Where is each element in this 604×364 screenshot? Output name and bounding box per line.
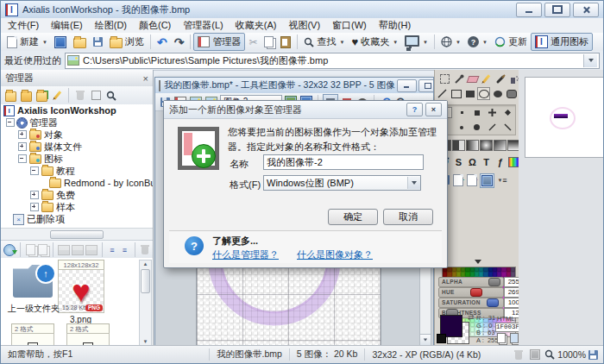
redo-button[interactable]: ↷ — [171, 34, 188, 50]
tree-item-objects[interactable]: 对象 — [1, 129, 153, 141]
duplicate-button[interactable] — [37, 243, 48, 257]
favorites-button[interactable]: ♥ 收藏夹 ▼ — [348, 34, 401, 50]
text-tool-button[interactable]: T — [480, 155, 493, 168]
lasso-button[interactable]: Ω — [466, 155, 479, 168]
copy-color-icon[interactable] — [497, 333, 506, 343]
tree-item-icons[interactable]: 图标 — [1, 153, 153, 165]
tree-horizontal-scrollbar[interactable] — [1, 228, 153, 241]
menu-file[interactable]: 文件(F) — [8, 19, 39, 32]
eraser-tool[interactable] — [466, 72, 479, 85]
file-thumbnail-partial[interactable]: 2 格式 — [65, 323, 110, 346]
ellipse-tool[interactable] — [477, 87, 490, 100]
brush-size-8[interactable] — [470, 121, 483, 134]
tree-item-redmond[interactable]: Redmond - by IconBuffe — [1, 177, 153, 189]
copy-button[interactable] — [261, 34, 277, 50]
status-trash-button[interactable] — [512, 348, 525, 361]
pal-remove-button[interactable]: − — [466, 173, 479, 186]
brush-size-7[interactable] — [456, 121, 469, 134]
cut-button[interactable]: ✂ — [245, 34, 261, 50]
doc-minimize-button[interactable] — [397, 79, 417, 92]
fill-split-button[interactable] — [452, 139, 465, 152]
doc-maximize-button[interactable] — [418, 79, 433, 92]
view-details-button[interactable]: ≡ — [107, 243, 118, 257]
close-button[interactable] — [573, 3, 599, 17]
status-grid-button[interactable] — [528, 348, 542, 361]
dialog-close-button[interactable]: × — [425, 103, 442, 116]
dialog-help-button[interactable]: ? — [406, 103, 423, 116]
title-bar[interactable]: I Axialis IconWorkshop - 我的图像带.bmp — [1, 1, 603, 19]
slider-thumb[interactable] — [470, 288, 482, 297]
menu-window[interactable]: 窗口(W) — [332, 19, 367, 32]
tree-item-samples[interactable]: 样本 — [1, 201, 153, 213]
menu-view[interactable]: 视图(V) — [288, 19, 320, 32]
file-thumbnail[interactable]: 128x128x32 ♥ 15.28 Kb PNG — [56, 260, 104, 313]
brush-size-5[interactable] — [501, 106, 514, 119]
menu-color[interactable]: 颜色(C) — [139, 19, 171, 32]
image-op-button[interactable] — [85, 243, 98, 257]
menu-favorites[interactable]: 收藏夹(A) — [236, 19, 277, 32]
view-list-button[interactable]: ≡ — [119, 243, 130, 257]
tree-item-free[interactable]: 免费 — [1, 189, 153, 201]
open-button[interactable] — [70, 34, 90, 50]
collapse-icon[interactable] — [30, 166, 39, 175]
combobox-dropdown-button[interactable] — [583, 54, 597, 67]
document-title-bar[interactable]: 我的图像带.bmp* - 工具栏图像带 - 32x32 32 BPP - 5 图… — [155, 78, 433, 94]
effects-button[interactable]: ƒ — [494, 155, 506, 168]
brush-size-3[interactable] — [470, 106, 483, 119]
find-button[interactable]: 查找 ▼ — [300, 34, 348, 50]
new-project-button[interactable] — [51, 34, 70, 50]
download-button[interactable] — [3, 243, 16, 257]
tree-item-deleted[interactable]: × 已删除项 — [1, 213, 153, 225]
search-library-button[interactable] — [104, 89, 118, 103]
screen-button[interactable]: ▼ — [401, 34, 431, 50]
pal-menu-button[interactable]: ▼≡ — [495, 173, 508, 186]
filled-ellipse-tool[interactable] — [491, 87, 504, 100]
menu-edit[interactable]: 编辑(E) — [51, 19, 83, 32]
web-button[interactable]: ▼ — [437, 34, 464, 50]
what-is-manager-link[interactable]: 什么是管理器？ — [212, 248, 279, 261]
select-button[interactable] — [89, 89, 103, 103]
tree-item-tutorials[interactable]: 教程 — [1, 165, 153, 177]
expand-icon[interactable] — [18, 130, 27, 139]
fill-diag-button[interactable] — [494, 139, 506, 152]
filled-rectangle-tool[interactable] — [463, 87, 476, 100]
collapse-icon[interactable] — [6, 118, 15, 127]
zoom-level[interactable]: 1000% — [557, 349, 586, 360]
black-color-swatch[interactable] — [437, 334, 446, 343]
what-is-image-object-link[interactable]: 什么是图像对象？ — [297, 248, 373, 261]
thumbnails-scrollbar[interactable]: ▲ ▼ — [139, 260, 152, 346]
scroll-down-button[interactable] — [420, 334, 431, 345]
marquee-tool[interactable] — [438, 72, 451, 85]
scrollbar-thumb[interactable] — [50, 230, 104, 239]
brush-size-2[interactable] — [456, 106, 469, 119]
rectangle-tool[interactable] — [450, 87, 462, 100]
expand-icon[interactable] — [30, 191, 39, 199]
fill-radial-button[interactable] — [480, 139, 493, 152]
image-op-button[interactable] — [58, 243, 70, 257]
minimize-button[interactable] — [516, 3, 542, 17]
update-button[interactable]: 更新 — [491, 34, 531, 50]
recent-files-combobox[interactable]: C:\Users\Public\Pictures\Sample Pictures… — [65, 53, 600, 69]
slider-thumb[interactable] — [488, 278, 500, 286]
brush-size-4[interactable] — [486, 106, 499, 119]
format-combobox[interactable]: Windows位图 (BMP) — [263, 175, 421, 191]
manager-toggle-button[interactable]: 管理器 — [193, 33, 245, 51]
brush-tool[interactable] — [494, 72, 506, 85]
new-folder-button[interactable] — [19, 89, 33, 103]
new-library-button[interactable] — [3, 89, 17, 103]
menu-draw[interactable]: 绘图(D) — [95, 19, 127, 32]
swap-colors-icon[interactable]: ⇄ — [468, 313, 475, 322]
paste-button[interactable] — [277, 34, 294, 50]
cancel-button[interactable]: 取消 — [383, 209, 433, 225]
pal-view-button[interactable] — [480, 173, 494, 188]
picker-tool[interactable] — [452, 72, 465, 85]
collapse-icon[interactable] — [18, 154, 27, 163]
universal-icons-button[interactable]: I 通用图标 — [531, 33, 593, 51]
add-folder-button[interactable] — [35, 89, 48, 103]
browse-button[interactable]: 浏览 — [106, 34, 148, 50]
hue-slider[interactable]: HUE — [438, 287, 504, 298]
curve-button[interactable]: S — [452, 155, 465, 168]
pencil-tool[interactable] — [480, 72, 493, 85]
ok-button[interactable]: 确定 — [328, 209, 378, 225]
scroll-down-icon[interactable]: ▼ — [143, 338, 148, 345]
